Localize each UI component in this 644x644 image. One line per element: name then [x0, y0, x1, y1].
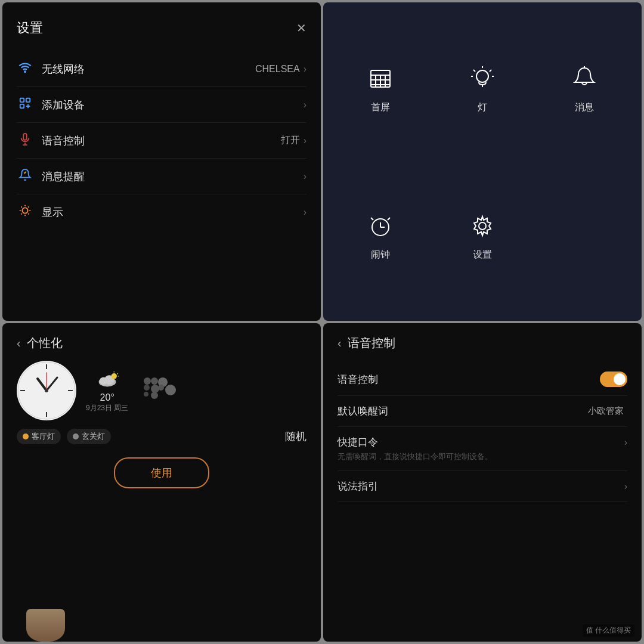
settings-item-wifi[interactable]: 无线网络 CHELSEA › — [17, 51, 306, 87]
use-button[interactable]: 使用 — [114, 457, 209, 488]
wifi-label: 无线网络 — [42, 62, 255, 76]
svg-line-34 — [371, 218, 373, 220]
light-label: 灯 — [478, 101, 487, 114]
home-icon — [364, 62, 397, 95]
message-bell-icon — [568, 62, 601, 95]
svg-point-36 — [479, 222, 486, 230]
weather-widget: 20° 9月23日 周三 — [86, 369, 128, 413]
svg-line-26 — [473, 70, 475, 72]
voice-control-panel: ‹ 语音控制 语音控制 默认唤醒词 小欧管家 快捷口令 › 无需唤醒词，直接说快… — [323, 323, 642, 642]
voice-back-header: ‹ 语音控制 — [338, 335, 627, 351]
shortcut-label: 快捷口令 — [338, 435, 624, 449]
light-icon — [466, 62, 499, 95]
menu-item-message[interactable]: 消息 — [534, 14, 636, 162]
watermark: 值 什么值得买 — [583, 624, 634, 637]
voice-toggle-label: 语音控制 — [338, 373, 600, 386]
voice-icon — [17, 132, 33, 148]
light-badge-hallway: 玄关灯 — [67, 429, 111, 444]
svg-line-14 — [21, 213, 22, 214]
voice-item-wakeword[interactable]: 默认唤醒词 小欧管家 — [338, 396, 627, 427]
voice-control-title: 语音控制 — [348, 335, 395, 351]
svg-point-23 — [476, 70, 488, 82]
clock-widget — [17, 361, 76, 420]
svg-line-51 — [117, 373, 118, 374]
alarm-icon — [364, 209, 397, 243]
guide-label: 说法指引 — [338, 479, 624, 493]
voice-label: 语音控制 — [42, 134, 281, 148]
wifi-value: CHELSEA — [255, 64, 300, 75]
notify-icon — [17, 168, 33, 184]
adddevice-arrow: › — [304, 100, 306, 110]
voice-value: 打开 — [281, 134, 300, 147]
personal-title: 个性化 — [27, 335, 63, 351]
light-badge-living: 客厅灯 — [17, 429, 61, 444]
voice-toggle-row[interactable]: 语音控制 — [338, 363, 627, 396]
menu-item-light[interactable]: 灯 — [431, 14, 533, 162]
message-label: 消息 — [575, 101, 594, 114]
settings-item-adddevice[interactable]: 添加设备 › — [17, 87, 306, 123]
svg-rect-1 — [20, 98, 24, 102]
wifi-arrow: › — [304, 64, 306, 75]
guide-arrow: › — [624, 481, 627, 492]
svg-point-45 — [45, 389, 48, 392]
gear-icon — [466, 209, 499, 243]
settings-menu-label: 设置 — [473, 249, 492, 261]
personal-back-header: ‹ 个性化 — [17, 335, 306, 351]
home-label: 首屏 — [371, 101, 390, 114]
finger-hint — [26, 609, 65, 642]
voice-toggle[interactable] — [600, 371, 627, 387]
notify-label: 消息提醒 — [42, 169, 304, 184]
preview-area: 20° 9月23日 周三 — [17, 361, 306, 420]
wakeword-label: 默认唤醒词 — [338, 404, 588, 418]
display-arrow: › — [304, 207, 306, 218]
svg-point-0 — [24, 71, 26, 72]
personal-back-arrow[interactable]: ‹ — [17, 336, 21, 350]
adddevice-icon — [17, 97, 33, 113]
shortcut-desc: 无需唤醒词，直接说快捷口令即可控制设备。 — [338, 451, 493, 462]
svg-line-15 — [28, 207, 29, 208]
settings-item-display[interactable]: 显示 › — [17, 194, 306, 230]
display-icon — [17, 204, 33, 220]
random-label: 随机 — [285, 429, 306, 444]
svg-line-13 — [28, 213, 29, 214]
wakeword-value: 小欧管家 — [588, 405, 624, 417]
svg-line-12 — [21, 207, 22, 208]
svg-rect-2 — [26, 98, 30, 102]
settings-header: 设置 ✕ — [17, 19, 306, 37]
hallway-light-label: 玄关灯 — [82, 431, 105, 442]
personalization-panel: ‹ 个性化 — [2, 323, 321, 642]
menu-item-alarm[interactable]: 闹钟 — [329, 162, 431, 309]
wifi-icon — [17, 61, 33, 77]
weather-date: 9月23日 周三 — [86, 403, 128, 413]
living-light-label: 客厅灯 — [32, 431, 55, 442]
weather-temp: 20° — [100, 392, 114, 403]
main-menu-panel: 首屏 灯 消息 — [323, 2, 642, 321]
settings-title: 设置 — [17, 19, 43, 37]
hallway-light-dot — [73, 434, 79, 439]
settings-item-voice[interactable]: 语音控制 打开 › — [17, 123, 306, 159]
svg-point-7 — [22, 208, 27, 213]
close-button[interactable]: ✕ — [296, 21, 306, 35]
svg-line-27 — [490, 70, 491, 72]
svg-line-35 — [388, 218, 390, 220]
svg-rect-3 — [20, 104, 24, 108]
voice-item-guide[interactable]: 说法指引 › — [338, 471, 627, 502]
menu-item-home[interactable]: 首屏 — [329, 14, 431, 162]
notify-arrow: › — [304, 171, 306, 182]
settings-panel: 设置 ✕ 无线网络 CHELSEA › 添加设备 › — [2, 2, 321, 321]
voice-back-arrow[interactable]: ‹ — [338, 336, 342, 350]
dots-widget — [144, 377, 170, 404]
settings-item-notify[interactable]: 消息提醒 › — [17, 159, 306, 194]
voice-arrow: › — [304, 135, 306, 146]
voice-item-shortcut[interactable]: 快捷口令 › 无需唤醒词，直接说快捷口令即可控制设备。 — [338, 427, 627, 471]
menu-empty-cell — [534, 162, 636, 309]
lights-row: 客厅灯 玄关灯 随机 — [17, 429, 306, 444]
display-label: 显示 — [42, 205, 304, 219]
svg-point-49 — [111, 373, 117, 379]
alarm-label: 闹钟 — [371, 249, 390, 261]
living-light-dot — [23, 434, 29, 439]
adddevice-label: 添加设备 — [42, 98, 304, 112]
shortcut-arrow: › — [624, 437, 627, 448]
menu-item-settings[interactable]: 设置 — [431, 162, 533, 309]
svg-rect-4 — [23, 134, 27, 140]
